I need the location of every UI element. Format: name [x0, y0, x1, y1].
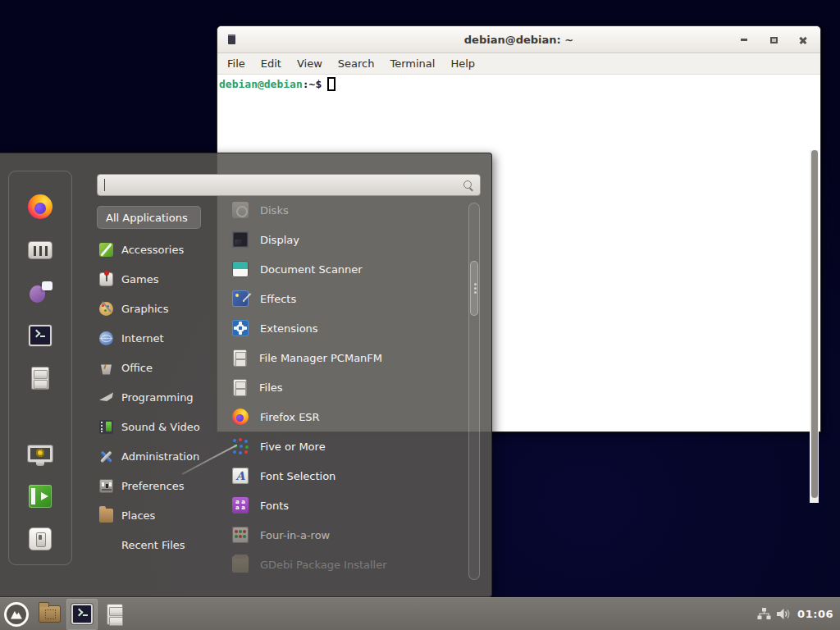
terminal-scrollbar[interactable]: [810, 150, 819, 503]
terminal-window-icon: [228, 34, 235, 44]
category-places[interactable]: Places: [97, 500, 220, 530]
app-firefox-esr[interactable]: Firefox ESR: [232, 402, 462, 431]
menu-logo-icon: [3, 601, 30, 628]
category-games[interactable]: Games: [97, 264, 220, 294]
search-caret: [104, 179, 105, 191]
category-accessories[interactable]: Accessories: [97, 235, 220, 264]
file-manager-icon: [233, 349, 247, 367]
app-five-or-more[interactable]: Five or More: [232, 431, 462, 461]
prompt-line: debian@debian:~$: [219, 77, 819, 91]
effects-icon: [232, 290, 249, 307]
app-four-in-a-row[interactable]: Four-in-a-row: [232, 520, 462, 550]
maximize-icon[interactable]: [765, 32, 783, 48]
menu-terminal[interactable]: Terminal: [390, 57, 435, 70]
app-file-manager-pcmanfm[interactable]: File Manager PCManFM: [232, 343, 462, 372]
terminal-icon: [71, 604, 93, 624]
favorite-pidgin-icon[interactable]: [25, 277, 55, 307]
favorite-firefox-icon[interactable]: [25, 192, 55, 221]
firefox-icon: [232, 409, 249, 425]
document-scanner-icon: [232, 261, 249, 277]
close-icon[interactable]: [794, 32, 812, 48]
minimize-icon[interactable]: [735, 32, 753, 48]
fonts-icon: [232, 497, 249, 514]
applications-scrollbar[interactable]: [468, 203, 480, 580]
volume-icon[interactable]: [777, 608, 792, 620]
category-all-applications[interactable]: All Applications: [97, 206, 201, 229]
menu-view[interactable]: View: [297, 57, 322, 70]
programming-icon: [99, 390, 113, 404]
favorite-terminal-icon[interactable]: [25, 321, 55, 350]
search-icon: [463, 180, 473, 190]
menu-button[interactable]: [1, 599, 32, 630]
graphics-icon: [99, 302, 113, 316]
folder-icon: [39, 605, 61, 623]
menu-search[interactable]: Search: [338, 57, 375, 70]
category-preferences[interactable]: Preferences: [97, 471, 220, 500]
terminal-scrollbar-thumb[interactable]: [811, 150, 818, 498]
clock: 01:06: [797, 608, 833, 620]
prompt-suffix: :~$: [303, 78, 322, 90]
menu-edit[interactable]: Edit: [261, 57, 281, 70]
applications-list: Disks Display Document Scanner Effects E…: [232, 195, 462, 579]
system-tray: 01:06: [757, 608, 840, 620]
font-selection-icon: [232, 468, 249, 484]
shut-down-icon[interactable]: [25, 524, 55, 554]
menu-file[interactable]: File: [227, 57, 245, 70]
category-programming[interactable]: Programming: [97, 382, 220, 412]
app-effects[interactable]: Effects: [232, 284, 462, 313]
prompt-user-host: debian@debian: [219, 78, 303, 90]
disks-icon: [232, 202, 249, 218]
app-font-selection[interactable]: Font Selection: [232, 461, 462, 491]
lock-screen-icon[interactable]: [25, 439, 55, 468]
accessories-icon: [99, 243, 113, 257]
app-fonts[interactable]: Fonts: [232, 491, 462, 520]
terminal-cursor: [327, 77, 336, 91]
office-icon: [99, 361, 113, 375]
application-menu: debian All Applications Accessories Game…: [0, 153, 492, 597]
category-recent-files[interactable]: Recent Files: [97, 530, 220, 559]
favorites-column: [8, 171, 72, 565]
sound-video-icon: [99, 420, 113, 434]
scrollbar-grip-icon: [474, 283, 477, 285]
administration-icon: [99, 450, 113, 463]
category-office[interactable]: Office: [97, 353, 220, 382]
category-sound-video[interactable]: Sound & Video: [97, 412, 220, 441]
display-icon: [232, 231, 249, 248]
places-icon: [99, 509, 113, 523]
categories-column: All Applications Accessories Games Graph…: [97, 205, 220, 559]
extensions-icon: [232, 320, 249, 336]
terminal-menubar: File Edit View Search Terminal Help: [217, 53, 820, 75]
taskbar-file-manager-button[interactable]: [34, 599, 65, 630]
app-document-scanner[interactable]: Document Scanner: [232, 254, 462, 284]
search-input[interactable]: [97, 174, 481, 196]
category-internet[interactable]: Internet: [97, 323, 220, 353]
favorite-settings-mixer-icon[interactable]: [25, 235, 55, 265]
games-icon: [99, 272, 113, 286]
preferences-icon: [99, 479, 113, 493]
app-disks[interactable]: Disks: [232, 195, 462, 225]
taskbar-terminal-button[interactable]: [66, 599, 98, 630]
log-out-icon[interactable]: [25, 482, 55, 511]
network-icon[interactable]: [757, 608, 771, 620]
file-cabinet-icon: [107, 604, 123, 625]
app-files[interactable]: Files: [232, 372, 462, 402]
app-extensions[interactable]: Extensions: [232, 313, 462, 343]
terminal-title: debian@debian: ~: [464, 34, 573, 46]
favorite-file-manager-icon[interactable]: [25, 363, 55, 393]
taskbar-file-cabinet-button[interactable]: [99, 599, 130, 630]
category-graphics[interactable]: Graphics: [97, 294, 220, 323]
app-gdebi-package-installer[interactable]: GDebi Package Installer: [232, 550, 462, 579]
desktop: debian@debian: ~ File Edit View Search T…: [0, 0, 840, 630]
internet-icon: [99, 331, 113, 345]
terminal-titlebar[interactable]: debian@debian: ~: [217, 26, 820, 53]
menu-help[interactable]: Help: [450, 57, 475, 70]
app-display[interactable]: Display: [232, 225, 462, 254]
applications-scrollbar-thumb[interactable]: [470, 261, 478, 316]
files-icon: [233, 379, 247, 396]
gdebi-icon: [232, 556, 249, 573]
category-administration[interactable]: Administration: [97, 441, 220, 471]
taskbar: 01:06: [0, 597, 840, 630]
four-in-a-row-icon: [232, 527, 249, 543]
window-controls: [735, 26, 812, 53]
